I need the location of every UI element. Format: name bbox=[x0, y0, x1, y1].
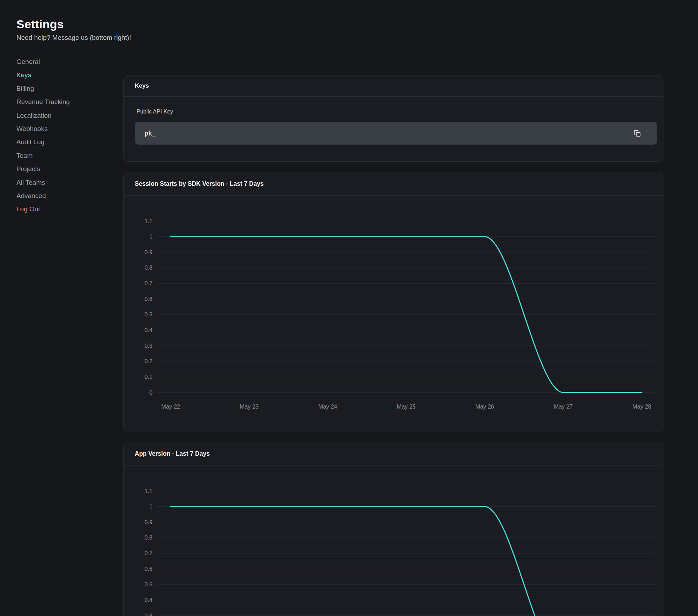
settings-page: Settings Need help? Message us (bottom r… bbox=[0, 0, 698, 616]
svg-text:May 23: May 23 bbox=[240, 403, 259, 410]
sidebar-item-localization[interactable]: Localization bbox=[16, 112, 107, 125]
sidebar-item-billing[interactable]: Billing bbox=[16, 85, 107, 98]
page-title: Settings bbox=[16, 17, 64, 31]
svg-text:1: 1 bbox=[149, 233, 153, 240]
svg-text:0.5: 0.5 bbox=[144, 581, 153, 587]
sidebar-item-log-out[interactable]: Log Out bbox=[16, 206, 107, 219]
svg-text:0.7: 0.7 bbox=[144, 280, 153, 286]
svg-text:May 26: May 26 bbox=[475, 403, 494, 410]
svg-text:0.8: 0.8 bbox=[144, 534, 153, 541]
copy-icon bbox=[633, 130, 641, 137]
sidebar-item-all-teams[interactable]: All Teams bbox=[16, 179, 107, 192]
app-version-chart-title: App Version - Last 7 Days bbox=[124, 442, 663, 465]
svg-text:0.9: 0.9 bbox=[144, 519, 153, 525]
keys-card-title: Keys bbox=[124, 75, 663, 97]
sidebar-item-revenue-tracking[interactable]: Revenue Tracking bbox=[16, 98, 107, 112]
svg-text:0.6: 0.6 bbox=[144, 296, 153, 302]
svg-text:May 27: May 27 bbox=[554, 403, 573, 410]
svg-text:0.4: 0.4 bbox=[144, 327, 153, 333]
keys-card: Keys Public API Key pk_ bbox=[123, 75, 663, 162]
svg-text:0.8: 0.8 bbox=[144, 264, 153, 271]
svg-text:0.7: 0.7 bbox=[144, 550, 153, 556]
svg-text:May 28: May 28 bbox=[632, 403, 651, 410]
svg-text:0.6: 0.6 bbox=[144, 566, 153, 572]
sidebar-item-audit-log[interactable]: Audit Log bbox=[16, 139, 107, 152]
sdk-version-chart-title: Session Starts by SDK Version - Last 7 D… bbox=[124, 172, 663, 196]
sidebar-item-webhooks[interactable]: Webhooks bbox=[16, 125, 107, 139]
public-api-key-value: pk_ bbox=[144, 130, 633, 137]
copy-api-key-button[interactable] bbox=[633, 129, 642, 138]
sidebar-item-general[interactable]: General bbox=[16, 58, 107, 72]
svg-text:1.1: 1.1 bbox=[144, 218, 153, 224]
svg-text:May 25: May 25 bbox=[397, 403, 416, 410]
svg-text:0.5: 0.5 bbox=[144, 311, 153, 317]
sidebar-item-keys[interactable]: Keys bbox=[16, 72, 107, 85]
sidebar-item-advanced[interactable]: Advanced bbox=[16, 192, 107, 206]
svg-text:May 22: May 22 bbox=[161, 403, 180, 410]
app-version-chart-card: App Version - Last 7 Days 1.110.90.80.70… bbox=[123, 442, 663, 616]
sidebar: GeneralKeysBillingRevenue TrackingLocali… bbox=[16, 58, 107, 219]
svg-text:1: 1 bbox=[149, 503, 153, 509]
public-api-key-label: Public API Key bbox=[136, 109, 173, 115]
svg-text:0.2: 0.2 bbox=[144, 358, 153, 364]
svg-text:0.3: 0.3 bbox=[144, 343, 153, 349]
svg-text:0.3: 0.3 bbox=[144, 613, 153, 616]
svg-text:0.4: 0.4 bbox=[144, 597, 153, 603]
public-api-key-field[interactable]: pk_ bbox=[135, 122, 657, 145]
svg-text:1.1: 1.1 bbox=[144, 488, 153, 494]
svg-text:0.1: 0.1 bbox=[144, 374, 153, 380]
sidebar-item-team[interactable]: Team bbox=[16, 152, 107, 166]
svg-text:0: 0 bbox=[149, 389, 153, 396]
svg-text:May 24: May 24 bbox=[318, 403, 337, 410]
page-subtitle: Need help? Message us (bottom right)! bbox=[16, 34, 131, 42]
sidebar-item-projects[interactable]: Projects bbox=[16, 166, 107, 179]
app-version-line-chart: 1.110.90.80.70.60.50.40.30.20.10May 22Ma… bbox=[124, 465, 664, 616]
sdk-version-chart-card: Session Starts by SDK Version - Last 7 D… bbox=[123, 172, 663, 432]
sdk-version-line-chart: 1.110.90.80.70.60.50.40.30.20.10May 22Ma… bbox=[124, 196, 664, 432]
svg-text:0.9: 0.9 bbox=[144, 249, 153, 255]
